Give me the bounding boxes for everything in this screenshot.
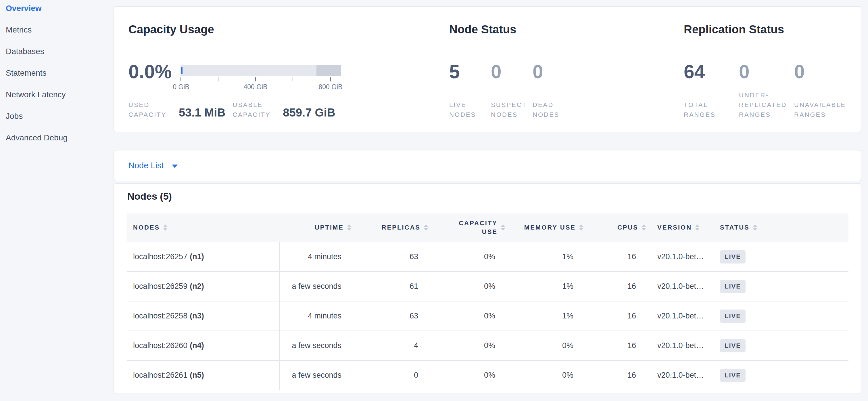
- unavailable-ranges-stat: 0 UNAVAILABLE RANGES: [794, 58, 849, 120]
- suspect-nodes-label: SUSPECT NODES: [491, 100, 530, 120]
- node-address-cell: localhost:26258(n3): [127, 302, 280, 331]
- status-cell: LIVE: [714, 272, 848, 301]
- uptime-cell: a few seconds: [280, 331, 357, 360]
- node-status-section: 5 LIVE NODES 0 SUSPECT NODES 0 DEAD NODE…: [449, 58, 574, 120]
- live-nodes-value: 5: [449, 62, 491, 81]
- column-header-replicas[interactable]: REPLICAS: [357, 213, 434, 241]
- under-replicated-ranges-stat: 0 UNDER-REPLICATED RANGES: [739, 58, 794, 120]
- uptime-cell: 4 minutes: [280, 242, 357, 271]
- table-row: localhost:26258(n3) 4 minutes 63 0% 1% 1…: [127, 302, 848, 331]
- column-header-version[interactable]: VERSION: [652, 213, 714, 241]
- table-row: localhost:26260(n4) a few seconds 4 0% 0…: [127, 331, 848, 361]
- column-header-capacity-use[interactable]: CAPACITY USE: [434, 213, 511, 241]
- memory-cell: 0%: [511, 361, 589, 390]
- total-ranges-stat: 64 TOTAL RANGES: [684, 58, 739, 120]
- uptime-cell: a few seconds: [280, 361, 357, 390]
- capacity-bar-other-segment: [316, 65, 341, 76]
- sidebar-item-advanced-debug[interactable]: Advanced Debug: [0, 127, 113, 148]
- nodes-table-card: Nodes (5) NODES UPTIME REPLICAS CAPACITY…: [114, 183, 861, 394]
- table-header-row: NODES UPTIME REPLICAS CAPACITY USE MEMOR…: [127, 213, 848, 242]
- sidebar-item-metrics[interactable]: Metrics: [0, 19, 113, 40]
- memory-cell: 0%: [511, 331, 589, 360]
- sort-icon: [347, 224, 351, 231]
- sort-icon: [424, 224, 428, 231]
- capacity-axis: [181, 77, 341, 83]
- dead-nodes-value: 0: [533, 62, 574, 81]
- sort-icon: [501, 224, 505, 231]
- capacity-cell: 0%: [434, 302, 511, 331]
- status-cell: LIVE: [714, 361, 848, 390]
- replicas-cell: 61: [357, 272, 434, 301]
- capacity-cell: 0%: [434, 361, 511, 390]
- used-capacity-value: 53.1 MiB: [179, 106, 225, 119]
- view-selector-card: Node List: [114, 150, 861, 181]
- axis-tick: [218, 77, 218, 81]
- sidebar-item-jobs[interactable]: Jobs: [0, 105, 113, 127]
- status-cell: LIVE: [714, 242, 848, 271]
- node-list-dropdown-label: Node List: [128, 161, 164, 170]
- cluster-summary-card: Capacity Usage Node Status Replication S…: [114, 6, 861, 132]
- capacity-usage-title: Capacity Usage: [128, 23, 214, 36]
- column-header-memory-use[interactable]: MEMORY USE: [511, 213, 589, 241]
- cpus-cell: 16: [589, 361, 652, 390]
- node-id: (n4): [190, 341, 204, 350]
- table-row: localhost:26259(n2) a few seconds 61 0% …: [127, 272, 848, 302]
- sidebar-item-network-latency[interactable]: Network Latency: [0, 84, 113, 105]
- node-status-title: Node Status: [449, 23, 516, 36]
- status-cell: LIVE: [714, 331, 848, 360]
- cpus-cell: 16: [589, 302, 652, 331]
- axis-tick: [255, 77, 256, 81]
- column-header-status[interactable]: STATUS: [714, 213, 848, 241]
- axis-tick: [292, 77, 293, 81]
- capacity-cell: 0%: [434, 272, 511, 301]
- node-address-cell: localhost:26260(n4): [127, 331, 280, 360]
- cpus-cell: 16: [589, 242, 652, 271]
- node-address-cell: localhost:26259(n2): [127, 272, 280, 301]
- sidebar-item-databases[interactable]: Databases: [0, 40, 113, 62]
- capacity-bar-used-marker: [181, 67, 183, 74]
- status-badge: LIVE: [720, 280, 746, 293]
- version-cell: v20.1.0-bet…: [652, 242, 714, 271]
- status-badge: LIVE: [720, 369, 746, 382]
- node-list-dropdown[interactable]: Node List: [114, 150, 861, 181]
- sidebar-item-statements[interactable]: Statements: [0, 62, 113, 84]
- node-address-cell: localhost:26261(n5): [127, 361, 280, 390]
- node-address-cell: localhost:26257(n1): [127, 242, 280, 271]
- table-row: localhost:26261(n5) a few seconds 0 0% 0…: [127, 361, 848, 390]
- version-cell: v20.1.0-bet…: [652, 331, 714, 360]
- memory-cell: 1%: [511, 302, 589, 331]
- sort-icon: [642, 224, 646, 231]
- memory-cell: 1%: [511, 242, 589, 271]
- axis-tick: [330, 77, 331, 81]
- used-capacity-label: USED CAPACITY: [128, 100, 172, 120]
- node-id: (n3): [190, 312, 204, 320]
- unavailable-ranges-value: 0: [794, 62, 849, 81]
- uptime-cell: a few seconds: [280, 272, 357, 301]
- table-row: localhost:26257(n1) 4 minutes 63 0% 1% 1…: [127, 242, 848, 272]
- column-header-uptime[interactable]: UPTIME: [280, 213, 357, 241]
- replicas-cell: 63: [357, 302, 434, 331]
- total-ranges-value: 64: [684, 62, 739, 81]
- replicas-cell: 0: [357, 361, 434, 390]
- live-nodes-label: LIVE NODES: [449, 100, 488, 120]
- cpus-cell: 16: [589, 331, 652, 360]
- capacity-cell: 0%: [434, 242, 511, 271]
- replication-status-title: Replication Status: [684, 23, 784, 36]
- capacity-cell: 0%: [434, 331, 511, 360]
- axis-tick-label: 400 GiB: [243, 83, 267, 91]
- version-cell: v20.1.0-bet…: [652, 302, 714, 331]
- node-id: (n1): [190, 252, 204, 261]
- axis-tick: [181, 77, 181, 81]
- capacity-percent: 0.0%: [128, 62, 181, 81]
- usable-capacity-label: USABLE CAPACITY: [232, 100, 276, 120]
- replication-status-section: 64 TOTAL RANGES 0 UNDER-REPLICATED RANGE…: [684, 58, 849, 120]
- column-header-cpus[interactable]: CPUS: [589, 213, 652, 241]
- unavailable-ranges-label: UNAVAILABLE RANGES: [794, 100, 848, 120]
- replicas-cell: 63: [357, 242, 434, 271]
- capacity-gauge: 0 GiB 400 GiB 800 GiB: [181, 58, 341, 92]
- version-cell: v20.1.0-bet…: [652, 361, 714, 390]
- column-header-nodes[interactable]: NODES: [127, 213, 280, 241]
- suspect-nodes-value: 0: [491, 62, 533, 81]
- uptime-cell: 4 minutes: [280, 302, 357, 331]
- sidebar-item-overview[interactable]: Overview: [0, 0, 113, 19]
